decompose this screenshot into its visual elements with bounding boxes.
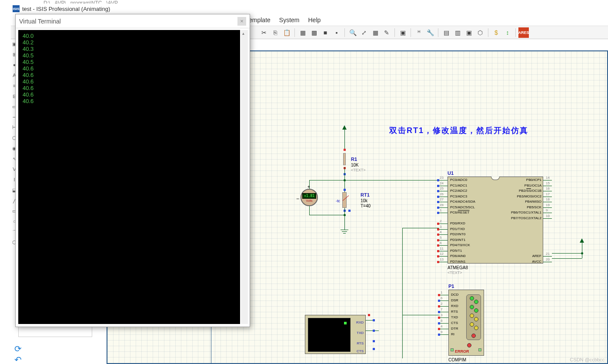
money-icon[interactable]: $	[491, 27, 501, 38]
minus-icon: −	[296, 196, 299, 202]
pin-label: PD6/AIN0	[450, 254, 466, 258]
led-icon	[471, 334, 476, 338]
ic-notch-icon	[491, 177, 500, 180]
wire	[309, 180, 444, 180]
pin-number: 2	[441, 302, 442, 306]
pin-label: RXD	[451, 304, 458, 308]
rt1-name: RT1	[361, 192, 370, 197]
zoom-icon[interactable]: 🔍	[347, 27, 358, 38]
menu-system[interactable]: System	[279, 17, 300, 23]
rt1-tc: -tc	[336, 199, 340, 203]
pin-number: 6	[440, 241, 441, 245]
pin-indicator	[348, 210, 351, 212]
terminal-title-bar[interactable]: Virtual Terminal ×	[16, 14, 250, 28]
pin-label: PD5/T1	[450, 249, 462, 253]
pin-wire	[439, 234, 448, 235]
pin-number: 8	[441, 319, 442, 323]
copy-icon[interactable]: ⎘	[270, 27, 281, 38]
block2-icon[interactable]: ▩	[309, 27, 319, 38]
arrow-icon[interactable]: ↕	[502, 27, 513, 38]
pin-label: PD7/AIN1	[450, 260, 466, 264]
pin-wire	[440, 323, 448, 324]
terminal-line: 40.6	[23, 78, 236, 85]
pin-wire	[439, 229, 448, 230]
zoom-fit-icon[interactable]: ⤢	[359, 27, 369, 38]
wire	[344, 130, 345, 150]
undo-icon[interactable]: ↶	[14, 354, 22, 364]
paste-icon[interactable]: 📋	[281, 27, 292, 38]
wire	[366, 331, 379, 331]
chip-icon[interactable]: ▣	[464, 27, 474, 38]
led-icon	[470, 296, 474, 301]
pin-indicator	[438, 311, 440, 313]
report2-icon[interactable]: ▥	[452, 27, 463, 38]
pin-wire	[439, 213, 448, 213]
pin-number: 20	[546, 257, 550, 261]
pin-wire	[439, 191, 448, 191]
terminal-line: 40.0	[23, 33, 236, 39]
refresh-icon[interactable]: ⟳	[14, 344, 22, 354]
wand-icon[interactable]: ✎	[381, 27, 392, 38]
pin-label: PC6/RESET	[450, 210, 469, 214]
block3-icon[interactable]: ■	[320, 27, 331, 38]
error-label: ERROR	[455, 349, 469, 354]
terminal-output: 40.040.240.340.540.540.640.640.640.640.6…	[18, 30, 240, 324]
pin-indicator	[437, 234, 439, 236]
block-icon[interactable]: ▦	[297, 27, 308, 38]
pin-wire	[439, 251, 448, 251]
vcc-arrow-icon	[342, 125, 347, 130]
pin-number: 6	[441, 296, 442, 300]
block4-icon[interactable]: ▪	[331, 27, 342, 38]
serial-pin-rxd: RXD	[356, 321, 364, 324]
voltmeter[interactable]: + +1.81 Volts −	[301, 189, 318, 206]
wire	[444, 180, 444, 180]
pin-indicator	[373, 330, 375, 332]
tool-icon[interactable]: 🔧	[425, 27, 435, 38]
wire-node	[581, 252, 583, 254]
thermistor-rt1[interactable]: -tc	[342, 192, 347, 208]
pin-wire	[439, 186, 448, 186]
pin-number: 16	[546, 187, 550, 190]
net-icon[interactable]: ⬡	[475, 27, 485, 38]
led-icon	[470, 322, 474, 327]
search-icon[interactable]: ᴴ	[414, 27, 424, 38]
layers-icon[interactable]: ▣	[398, 27, 408, 38]
instruction-text: 双击RT1，修改温度，然后开始仿真	[389, 125, 528, 136]
pin-label: PB5/SCK	[527, 205, 541, 209]
led-icon	[474, 308, 478, 313]
resistor-r1[interactable]	[343, 153, 346, 165]
pin-wire	[439, 197, 448, 197]
terminal-scrollbar[interactable]: ▴	[241, 30, 248, 324]
led-icon	[470, 305, 474, 309]
wire	[402, 228, 439, 228]
ares-button[interactable]: ARES	[518, 27, 529, 38]
pin-indicator	[437, 207, 439, 209]
pin-label: PC4/ADC4/SDA	[450, 200, 475, 204]
scroll-up-icon[interactable]: ▴	[242, 31, 244, 36]
close-icon[interactable]: ×	[237, 17, 246, 26]
report-icon[interactable]: ▤	[441, 27, 451, 38]
pin-indicator	[438, 317, 440, 319]
r1-text: <TEXT>	[351, 168, 366, 172]
menu-help[interactable]: Help	[308, 17, 321, 23]
pin-label: PD0/RXD	[450, 221, 465, 225]
pin-label: AREF	[532, 254, 541, 258]
grid-icon[interactable]: ▦	[370, 27, 381, 38]
cut-icon[interactable]: ✂	[259, 27, 269, 38]
pin-indicator	[344, 189, 346, 191]
pin-number: 1	[440, 208, 441, 212]
pin-number: 15	[546, 181, 550, 185]
voltmeter-reading: +1.81	[302, 193, 316, 199]
pin-number: 26	[440, 192, 444, 196]
pin-indicator	[437, 255, 439, 257]
pin-indicator	[437, 228, 439, 230]
virtual-terminal-window[interactable]: Virtual Terminal × 40.040.240.340.540.54…	[15, 14, 250, 327]
pin-indicator	[368, 314, 370, 316]
terminal-line: 40.3	[23, 46, 236, 52]
serial-terminal[interactable]: RXD TXD RTS CTS	[305, 315, 366, 354]
pin-number: 1	[441, 291, 442, 294]
pin-indicator	[437, 179, 439, 181]
terminal-line: 40.5	[23, 52, 236, 59]
rt1-temp: T=40	[361, 204, 371, 208]
pin-number: 21	[546, 252, 550, 256]
